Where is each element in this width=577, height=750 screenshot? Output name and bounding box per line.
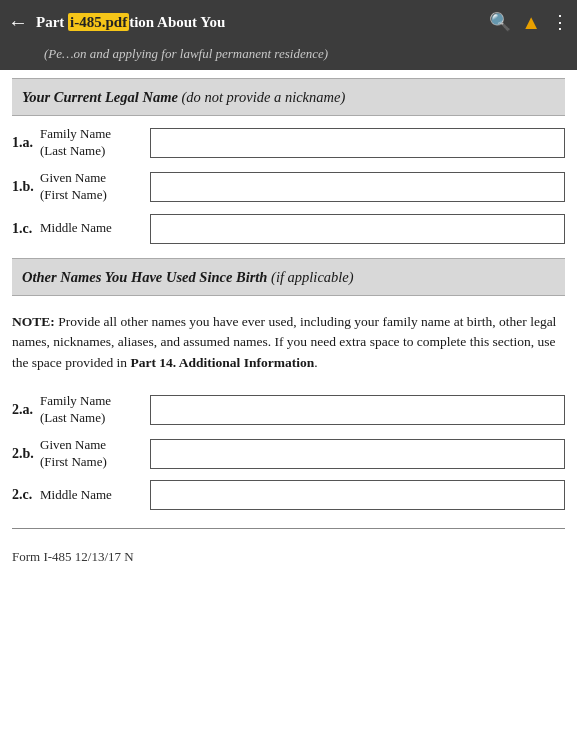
section1-header: Your Current Legal Name (do not provide … (12, 78, 565, 116)
field-2c-row: 2.c. Middle Name (12, 478, 565, 512)
back-button[interactable]: ← (8, 11, 28, 34)
toolbar-icons: 🔍 ▲ ⋮ (489, 11, 569, 34)
field-1c-num: 1.c. (12, 221, 40, 237)
footer: Form I-485 12/13/17 N (0, 543, 577, 571)
field-2b-input[interactable] (150, 439, 565, 469)
field-2a-num: 2.a. (12, 402, 40, 418)
main-content: Your Current Legal Name (do not provide … (0, 70, 577, 543)
section1-header-text: Your Current Legal Name (do not provide … (22, 87, 555, 107)
toolbar-title: Part i-485.pdftion About You (36, 14, 483, 31)
subtitle-bar: (Pe…on and applying for lawful permanent… (0, 44, 577, 70)
note-end: . (314, 355, 317, 370)
toolbar: ← Part i-485.pdftion About You 🔍 ▲ ⋮ (0, 0, 577, 44)
subtitle-text: (Pe…on and applying for lawful permanent… (44, 46, 328, 61)
field-2b-num: 2.b. (12, 446, 40, 462)
field-1c-label: Middle Name (40, 220, 150, 237)
drive-icon[interactable]: ▲ (521, 11, 541, 34)
more-options-icon[interactable]: ⋮ (551, 11, 569, 33)
field-2a-input[interactable] (150, 395, 565, 425)
section1-fields: 1.a. Family Name(Last Name) 1.b. Given N… (12, 124, 565, 246)
field-1b-input[interactable] (150, 172, 565, 202)
field-2c-num: 2.c. (12, 487, 40, 503)
field-1b-num: 1.b. (12, 179, 40, 195)
field-2b-label: Given Name(First Name) (40, 437, 150, 471)
field-1c-row: 1.c. Middle Name (12, 212, 565, 246)
field-1b-label: Given Name(First Name) (40, 170, 150, 204)
filename-highlight: i-485.pdf (68, 13, 129, 31)
field-1a-row: 1.a. Family Name(Last Name) (12, 124, 565, 162)
field-1b-row: 1.b. Given Name(First Name) (12, 168, 565, 206)
section2-subheader: (if applicable) (271, 269, 354, 285)
field-2c-label: Middle Name (40, 487, 150, 504)
note-label: NOTE: (12, 314, 55, 329)
field-2c-input[interactable] (150, 480, 565, 510)
field-2a-label: Family Name(Last Name) (40, 393, 150, 427)
search-icon[interactable]: 🔍 (489, 11, 511, 33)
field-2a-row: 2.a. Family Name(Last Name) (12, 391, 565, 429)
section2-fields: 2.a. Family Name(Last Name) 2.b. Given N… (12, 391, 565, 513)
footer-text: Form I-485 12/13/17 N (12, 549, 134, 564)
field-1c-input[interactable] (150, 214, 565, 244)
note-bold: Part 14. Additional Information (130, 355, 314, 370)
field-1a-input[interactable] (150, 128, 565, 158)
footer-divider (12, 528, 565, 529)
section2-header: Other Names You Have Used Since Birth (i… (12, 258, 565, 296)
field-1a-num: 1.a. (12, 135, 40, 151)
section2-header-text: Other Names You Have Used Since Birth (i… (22, 267, 555, 287)
field-1a-label: Family Name(Last Name) (40, 126, 150, 160)
field-2b-row: 2.b. Given Name(First Name) (12, 435, 565, 473)
note-section: NOTE: Provide all other names you have e… (12, 304, 565, 381)
section1-subheader: (do not provide a nickname) (182, 89, 346, 105)
